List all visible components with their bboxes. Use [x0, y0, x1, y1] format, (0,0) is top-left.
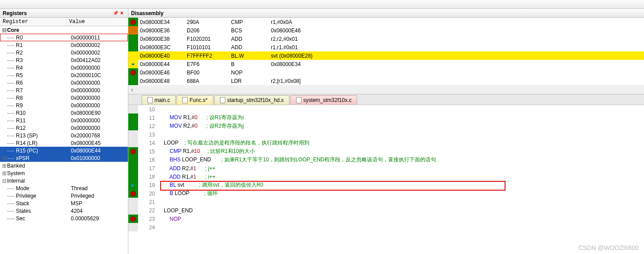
- register-row[interactable]: ····· R30x00412A02: [0, 56, 128, 64]
- code-text: ADD R2,#1 ; j++: [160, 165, 644, 172]
- register-row[interactable]: ····· R40x00000000: [0, 64, 128, 71]
- code-line[interactable]: ▶19 BL svt ; 调用svt，返回的值传入R0: [128, 181, 644, 189]
- pin-icon[interactable]: 📌: [113, 11, 118, 16]
- code-gutter[interactable]: [128, 130, 138, 139]
- line-number: 18: [138, 174, 160, 180]
- register-row[interactable]: ····· R90x00000000: [0, 102, 128, 109]
- disasm-row[interactable]: 0x08000E34290ACMPr1,#0x0A: [128, 18, 644, 26]
- code-line[interactable]: 17 ADD R2,#1 ; j++: [128, 164, 644, 172]
- code-gutter[interactable]: [128, 172, 138, 181]
- disasm-mnemonic: NOP: [231, 70, 271, 76]
- disasm-row[interactable]: 0x08000E48688ALDRr2,[r1,#0x08]: [128, 77, 644, 85]
- main-toolbar[interactable]: [0, 0, 644, 9]
- tab-system-stm32f10x-c[interactable]: system_stm32f10x.c: [290, 95, 357, 105]
- breakpoint-icon[interactable]: [131, 149, 136, 154]
- code-gutter[interactable]: [128, 139, 138, 147]
- code-line[interactable]: 18 ADD R1,#1 ; i++: [128, 172, 644, 181]
- disassembly-list[interactable]: 0x08000E34290ACMPr1,#0x0A0x08000E36D206B…: [128, 18, 644, 85]
- disasm-address: 0x08000E40: [138, 53, 187, 59]
- code-line[interactable]: 23 NOP: [128, 215, 644, 223]
- disasm-mnemonic: B: [231, 61, 271, 67]
- disasm-row[interactable]: 0x08000E40F7FFFFF2BL.Wsvt (0x08000E28): [128, 51, 644, 60]
- code-gutter[interactable]: [128, 156, 138, 164]
- register-row[interactable]: ····· R13 (SP)0x20000768: [0, 132, 128, 139]
- register-row[interactable]: ····· R10x00000002: [0, 41, 128, 49]
- registers-header: Registers 📌 ✕: [0, 9, 128, 18]
- disasm-row[interactable]: 0x08000E36D206BCS0x08000E46: [128, 26, 644, 35]
- register-row[interactable]: ····· ModeThread: [0, 184, 128, 192]
- line-number: 19: [138, 182, 160, 188]
- code-gutter[interactable]: ▶: [128, 181, 138, 189]
- register-row[interactable]: ⊟Internal: [0, 177, 128, 184]
- registers-tree[interactable]: ⊟Core ····· R00x00000011 ····· R10x00000…: [0, 26, 128, 254]
- code-gutter[interactable]: [128, 105, 138, 113]
- code-gutter[interactable]: [128, 164, 138, 172]
- line-number: 12: [138, 123, 160, 129]
- code-line[interactable]: 16 BHS LOOP_END ; 如果R1大于等于10，则跳转到LOOP_EN…: [128, 156, 644, 164]
- disasm-operands: svt (0x08000E28): [271, 53, 644, 59]
- register-row[interactable]: ····· R14 (LR)0x08000E45: [0, 139, 128, 147]
- register-row[interactable]: ⊞System: [0, 169, 128, 177]
- register-row[interactable]: ····· R100x08000E90: [0, 109, 128, 117]
- code-gutter[interactable]: [128, 223, 138, 231]
- disasm-row[interactable]: 0x08000E46BF00NOP: [128, 68, 644, 77]
- disasm-operands: r1,r1,#0x01: [271, 44, 644, 51]
- disasm-bytes: D206: [187, 27, 231, 34]
- breakpoint-icon[interactable]: [131, 216, 136, 222]
- line-number: 10: [138, 106, 160, 113]
- tab-func-s-[interactable]: Func.s*: [177, 95, 213, 105]
- disasm-operands: 0x08000E34: [271, 61, 644, 67]
- code-gutter[interactable]: [128, 206, 138, 215]
- register-row[interactable]: ⊟Core: [0, 26, 128, 34]
- disasm-mnemonic: ADD: [231, 36, 271, 42]
- code-gutter[interactable]: [128, 122, 138, 130]
- code-gutter[interactable]: [128, 189, 138, 198]
- disasm-row[interactable]: 0x08000E38F1020201ADDr2,r2,#0x01: [128, 35, 644, 43]
- register-row[interactable]: ····· Sec0.00005629: [0, 215, 128, 222]
- register-row[interactable]: ····· R50x2000010C: [0, 71, 128, 79]
- register-row[interactable]: ····· R110x00000000: [0, 117, 128, 124]
- code-line[interactable]: 12 MOV R2,#0 ; 设R2寄存器为j: [128, 122, 644, 130]
- register-row[interactable]: ····· R60x00000000: [0, 79, 128, 86]
- tab-main-c[interactable]: main.c: [142, 95, 176, 105]
- code-line[interactable]: 20 B LOOP ; 循环: [128, 189, 644, 198]
- breakpoint-icon[interactable]: [131, 191, 136, 196]
- register-row[interactable]: ····· R20x00000002: [0, 49, 128, 56]
- register-row[interactable]: ····· States4204: [0, 207, 128, 215]
- code-line[interactable]: 21: [128, 198, 644, 206]
- breakpoint-icon[interactable]: [131, 70, 136, 75]
- code-editor[interactable]: 1011 MOV R1,#0 ; 设R1寄存器为i12 MOV R2,#0 ; …: [128, 105, 644, 254]
- line-number: 23: [138, 216, 160, 222]
- register-row[interactable]: ····· PrivilegePrivileged: [0, 192, 128, 199]
- register-row[interactable]: ····· R70x00000000: [0, 86, 128, 94]
- code-line[interactable]: 11 MOV R1,#0 ; 设R1寄存器为i: [128, 113, 644, 122]
- code-gutter[interactable]: [128, 215, 138, 223]
- register-row[interactable]: ····· R120x00000000: [0, 124, 128, 132]
- code-line[interactable]: 14LOOP ; 写在最左边的是程序段的段名，执行跳转程序时用到: [128, 139, 644, 147]
- code-line[interactable]: 15 CMP R1,#10 ; 比较R1和10的大小: [128, 147, 644, 156]
- code-line[interactable]: 10: [128, 105, 644, 113]
- code-gutter[interactable]: [128, 198, 138, 206]
- breakpoint-icon[interactable]: [131, 20, 136, 25]
- register-row[interactable]: ····· R15 (PC)0x08000E44: [0, 147, 128, 154]
- disasm-row[interactable]: 0x08000E3CF1010101ADDr1,r1,#0x01: [128, 43, 644, 51]
- code-line[interactable]: 13: [128, 130, 644, 139]
- code-gutter[interactable]: [128, 113, 138, 122]
- register-row[interactable]: ⊞ ····· xPSR0x01000000: [0, 154, 128, 162]
- register-row[interactable]: ⊞Banked: [0, 162, 128, 169]
- close-icon[interactable]: ✕: [120, 11, 125, 16]
- disasm-bytes: 290A: [187, 19, 231, 25]
- code-line[interactable]: 22LOOP_END: [128, 206, 644, 215]
- code-gutter[interactable]: [128, 147, 138, 156]
- register-row[interactable]: ····· StackMSP: [0, 199, 128, 207]
- code-text: BHS LOOP_END ; 如果R1大于等于10，则跳转到LOOP_END程序…: [160, 156, 644, 164]
- disasm-row[interactable]: ➨0x08000E44E7F6B0x08000E34: [128, 60, 644, 68]
- register-row[interactable]: ····· R00x00000011: [0, 34, 128, 41]
- code-line[interactable]: 24: [128, 223, 644, 231]
- tab-label: startup_stm32f10x_hd.s: [227, 97, 284, 103]
- tab-startup-stm32f10x-hd-s[interactable]: startup_stm32f10x_hd.s: [214, 95, 289, 105]
- register-row[interactable]: ····· R80x00000000: [0, 94, 128, 102]
- disassembly-header: Disassembly: [128, 9, 644, 18]
- line-number: 21: [138, 199, 160, 205]
- scroll-left-icon[interactable]: ‹: [128, 85, 644, 94]
